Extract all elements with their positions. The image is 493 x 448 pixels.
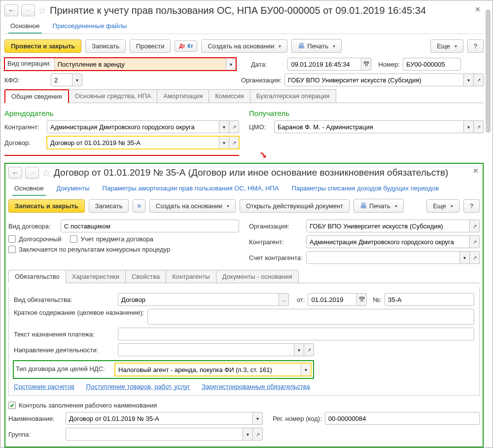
open-icon[interactable]: ↗ <box>229 120 239 133</box>
dropdown-icon[interactable]: ▾ <box>243 428 253 441</box>
close-icon[interactable]: ✕ <box>475 5 481 13</box>
dtkt-button[interactable]: ДтКт <box>175 40 197 52</box>
org-input[interactable] <box>306 220 470 232</box>
nav-forward-button[interactable]: → <box>21 4 35 16</box>
group-input[interactable] <box>66 428 243 441</box>
open-icon[interactable]: ↗ <box>474 74 484 86</box>
contract-input[interactable] <box>47 136 219 149</box>
longterm-checkbox[interactable]: Долгосрочный <box>8 235 61 243</box>
write-button[interactable]: Записать <box>89 199 129 213</box>
kfo-input[interactable] <box>51 74 72 86</box>
open-icon[interactable]: ↗ <box>229 136 239 149</box>
open-icon[interactable]: ↗ <box>304 343 314 356</box>
date-input[interactable] <box>287 58 361 71</box>
print-button[interactable]: Печать <box>353 199 404 213</box>
tab-properties[interactable]: Свойства <box>125 270 166 283</box>
tab-obligation[interactable]: Обязательство <box>8 270 66 283</box>
print-button[interactable]: Печать <box>291 39 342 53</box>
control-naming-checkbox[interactable]: ✔Контроль заполнения рабочего наименован… <box>8 402 157 409</box>
help-button[interactable]: ? <box>463 199 480 213</box>
scrollbar[interactable] <box>486 4 492 444</box>
tab-main[interactable]: Основное <box>8 19 42 34</box>
help-button[interactable]: ? <box>467 39 484 53</box>
num-label: №: <box>373 296 382 303</box>
subject-checkbox[interactable]: Учет предмета договора <box>70 235 153 243</box>
dropdown-icon[interactable]: ▾ <box>72 74 82 86</box>
settlements-link[interactable]: Состояние расчетов <box>14 383 74 390</box>
dropdown-icon[interactable]: ▾ <box>460 251 470 264</box>
org-input[interactable] <box>284 74 464 86</box>
open-icon[interactable]: ↗ <box>253 428 263 441</box>
registered-obligations-link[interactable]: Зарегистрированные обязательства <box>202 383 310 390</box>
summary-input[interactable] <box>147 309 475 325</box>
vat-type-input[interactable] <box>115 363 301 376</box>
close-icon[interactable]: ✕ <box>473 167 479 175</box>
more-button[interactable]: Еще <box>426 199 459 213</box>
nav-back-button[interactable]: ← <box>4 4 18 16</box>
open-icon[interactable]: ↗ <box>470 220 480 232</box>
open-icon[interactable]: ↗ <box>470 235 480 248</box>
calendar-icon[interactable] <box>361 58 371 71</box>
select-icon[interactable]: … <box>279 293 289 306</box>
from-label: от: <box>297 296 305 303</box>
tab-documents[interactable]: Документы <box>55 182 92 196</box>
open-icon[interactable]: ↗ <box>474 120 484 133</box>
tab-characteristics[interactable]: Характеристики <box>66 270 126 283</box>
favorite-star-icon[interactable]: ☆ <box>38 4 47 16</box>
tab-files[interactable]: Присоединенные файлы <box>51 19 129 34</box>
calendar-icon[interactable] <box>357 293 367 306</box>
tab-basis-docs[interactable]: Документы - основания <box>216 270 299 283</box>
open-icon[interactable]: ↗ <box>470 251 480 264</box>
goods-receipt-link[interactable]: Поступление товаров, работ, услуг <box>86 383 190 390</box>
write-and-close-button[interactable]: Записать и закрыть <box>8 199 85 213</box>
cmo-input[interactable] <box>274 120 464 133</box>
scrollbar-thumb[interactable] <box>486 9 491 133</box>
create-based-on-button[interactable]: Создать на основании <box>201 39 287 53</box>
org-label: Организация: <box>241 76 282 84</box>
dropdown-icon[interactable]: ▾ <box>301 363 311 376</box>
dropdown-icon[interactable]: ▾ <box>294 343 304 356</box>
reg-number-input[interactable] <box>325 412 480 425</box>
operation-type-input[interactable] <box>54 58 226 71</box>
favorite-star-icon[interactable]: ☆ <box>42 167 51 179</box>
printer-icon <box>360 202 367 210</box>
open-current-doc-button[interactable]: Открыть действующий документ <box>240 199 350 213</box>
from-date-input[interactable] <box>308 293 357 306</box>
num-input[interactable] <box>385 293 474 306</box>
create-based-on-button[interactable]: Создать на основании <box>149 199 236 213</box>
account-input[interactable] <box>306 251 460 264</box>
number-input[interactable] <box>403 58 461 71</box>
tab-amort-params[interactable]: Параметры амортизации прав пользования О… <box>101 182 281 196</box>
dropdown-icon[interactable]: ▾ <box>253 412 263 425</box>
activity-input[interactable] <box>118 343 294 356</box>
counterparty-input[interactable] <box>306 235 470 248</box>
dropdown-icon[interactable]: ▾ <box>464 120 474 133</box>
list-button[interactable]: ≡ <box>133 199 145 213</box>
competitive-checkbox[interactable]: Заключается по результатам конкурсных пр… <box>8 246 170 253</box>
counterparty-input[interactable] <box>47 120 219 133</box>
nav-back-button[interactable]: ← <box>8 167 22 179</box>
tab-counterparties[interactable]: Контрагенты <box>166 270 216 283</box>
tab-general[interactable]: Общие сведения <box>4 89 69 103</box>
dropdown-icon[interactable]: ▾ <box>464 74 474 86</box>
nav-forward-button[interactable]: → <box>25 167 39 179</box>
more-button[interactable]: Еще <box>430 39 463 53</box>
contract-type-input[interactable] <box>61 220 239 232</box>
number-label: Номер: <box>378 61 400 68</box>
obligation-kind-input[interactable] <box>118 293 279 306</box>
post-button[interactable]: Провести <box>130 39 171 53</box>
tab-accounting[interactable]: Бухгалтерская операция <box>250 89 336 103</box>
tab-assets[interactable]: Основные средства, НПА <box>69 89 158 103</box>
dropdown-icon[interactable]: ▾ <box>219 136 229 149</box>
post-and-close-button[interactable]: Провести и закрыть <box>4 39 81 53</box>
tab-commission[interactable]: Комиссия <box>209 89 250 103</box>
payment-text-input[interactable] <box>118 328 474 340</box>
name-input[interactable] <box>66 412 253 425</box>
tab-amort[interactable]: Амортизация <box>157 89 209 103</box>
write-button[interactable]: Записать <box>85 39 126 53</box>
dropdown-icon[interactable]: ▾ <box>226 58 236 71</box>
tab-writeoff-params[interactable]: Параметры списания доходов будущих перио… <box>290 182 441 196</box>
tab-main[interactable]: Основное <box>12 182 46 196</box>
counterparty-label: Контрагент: <box>249 238 303 246</box>
dropdown-icon[interactable]: ▾ <box>219 120 229 133</box>
